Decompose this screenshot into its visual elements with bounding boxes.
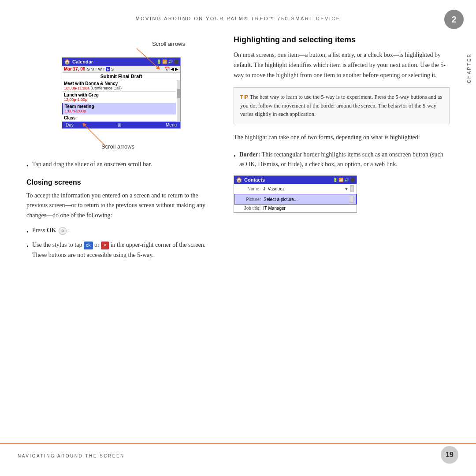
main-content: Scroll arrows — [26, 35, 450, 441]
contacts-row-picture: Picture: Select a picture... — [234, 194, 357, 205]
calendar-event-4: Class — [62, 115, 176, 122]
page-header: MOVING AROUND ON YOUR PALM® TREO™ 750 SM… — [0, 16, 476, 21]
tap-drag-section: • Tap and drag the slider of an onscreen… — [26, 160, 216, 171]
calendar-scrollbar[interactable] — [177, 80, 180, 122]
closing-screens-section: Closing screens To accept the informatio… — [26, 178, 216, 260]
scroll-arrows-bottom-label: Scroll arrows — [101, 143, 134, 150]
calendar-event-2: Lunch with Greg 12:00p-1:00p — [62, 92, 176, 103]
chapter-number: 2 — [451, 15, 456, 25]
border-term: Border: — [239, 151, 260, 158]
calendar-events: Meet with Donna & Nancy 10:00a-11:00a (C… — [62, 80, 180, 122]
scroll-arrow-top-svg — [132, 44, 167, 71]
ok-button-inline: ok — [84, 242, 93, 249]
contacts-titlebar: 🏠 Contacts 🔋📶🔊⬛ — [234, 176, 357, 184]
tip-box: TIP The best way to learn to use the 5-w… — [234, 87, 450, 124]
page-footer: NAVIGATING AROUND THE SCREEN 19 — [0, 443, 476, 464]
contacts-icons: 🔋📶🔊⬛ — [333, 178, 355, 182]
footer-left-text: NAVIGATING AROUND THE SCREEN — [18, 450, 125, 458]
calendar-event-1: Meet with Donna & Nancy 10:00a-11:00a (C… — [62, 80, 176, 92]
footer-page-number: 19 — [441, 446, 458, 464]
contacts-title: Contacts — [244, 177, 331, 182]
border-bullet: • Border: This rectangular border highli… — [234, 150, 450, 170]
highlighting-heading: Highlighting and selecting items — [234, 35, 450, 45]
tip-label: TIP — [240, 94, 249, 100]
ok-icon: ⊙ — [59, 227, 67, 235]
right-column: Highlighting and selecting items On most… — [234, 35, 450, 441]
x-button-inline: ✕ — [101, 242, 109, 249]
device-screenshot-area: Scroll arrows — [62, 57, 181, 129]
highlighting-body: On most screens, one item—a button, a li… — [234, 50, 450, 80]
calendar-days: SMTWT FS — [87, 67, 114, 71]
left-column: Scroll arrows — [26, 35, 216, 441]
contacts-body: Name: J. Vasquez ▼ Picture: Select a pic… — [234, 184, 357, 212]
contacts-screen: 🏠 Contacts 🔋📶🔊⬛ Name: J. Vasquez ▼ Pictu… — [234, 175, 357, 213]
highlight-forms-text: The highlight can take one of two forms,… — [234, 132, 450, 142]
contacts-row-jobtitle: Job title: IT Manager — [234, 205, 357, 212]
calendar-date: Mar 17, 06 — [64, 67, 85, 71]
chapter-label: CHAPTER — [467, 53, 472, 83]
calendar-event-3: Team meeting 1:00p-2:00p — [62, 103, 176, 115]
border-text: This rectangular border highlights items… — [239, 151, 443, 167]
closing-screens-heading: Closing screens — [26, 178, 216, 186]
calendar-submit-row: Submit Final Draft — [62, 73, 180, 80]
tap-drag-bullet: • Tap and drag the slider of an onscreen… — [26, 160, 216, 171]
svg-line-0 — [137, 48, 159, 68]
header-title: MOVING AROUND ON YOUR PALM® TREO™ 750 SM… — [135, 16, 340, 21]
chapter-badge: 2 — [444, 10, 464, 29]
closing-screens-body: To accept the information you entered on… — [26, 191, 216, 220]
use-stylus-bullet: • Use the stylus to tap ok or ✕ in the u… — [26, 240, 216, 260]
press-ok-bullet: • Press OK ⊙ . — [26, 226, 216, 237]
tip-text: The best way to learn to use the 5-way i… — [240, 94, 442, 117]
contacts-row-name: Name: J. Vasquez ▼ — [234, 184, 357, 194]
